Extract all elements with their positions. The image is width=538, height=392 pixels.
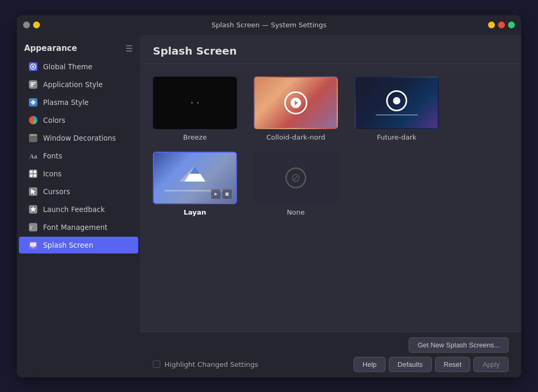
svg-text:Aa: Aa: [29, 153, 37, 160]
svg-rect-6: [30, 86, 33, 87]
window-decorations-icon: [28, 133, 38, 143]
theme-item-layan[interactable]: ▶ ■ Layan: [153, 152, 237, 216]
sidebar-title: Appearance: [24, 44, 77, 53]
window-title: Splash Screen — System Settings: [211, 21, 326, 29]
theme-preview-colloid: [254, 77, 338, 129]
sidebar-item-font-management[interactable]: F Font Management: [19, 219, 138, 236]
titlebar-right-controls: [488, 22, 515, 28]
svg-rect-19: [34, 174, 36, 177]
sidebar-item-fonts[interactable]: Aa Fonts: [19, 147, 138, 164]
sidebar-menu-icon[interactable]: ☰: [126, 44, 133, 54]
main-footer: Get New Splash Screens... Highlight Chan…: [140, 332, 521, 377]
theme-name-breeze: Breeze: [183, 133, 207, 141]
launch-feedback-icon: [28, 205, 38, 214]
theme-name-future: Future-dark: [377, 133, 416, 141]
svg-point-12: [32, 134, 33, 135]
theme-name-colloid: Colloid-dark-nord: [266, 133, 325, 141]
theme-item-colloid[interactable]: Colloid-dark-nord: [254, 77, 338, 141]
main-content: · · Breeze Colloid-: [140, 64, 521, 332]
sidebar-label-application-style: Application Style: [43, 80, 103, 89]
sidebar-label-cursors: Cursors: [43, 187, 70, 196]
titlebar-yellow-btn[interactable]: [488, 22, 495, 28]
none-icon: ⊘: [285, 167, 306, 188]
sidebar-item-cursors[interactable]: Cursors: [19, 183, 138, 200]
sidebar-item-launch-feedback[interactable]: Launch Feedback: [19, 201, 138, 218]
colors-icon: [28, 115, 38, 125]
sidebar-label-font-management: Font Management: [43, 223, 108, 231]
splash-screen-icon: [28, 240, 38, 250]
main-window: Splash Screen — System Settings Appearan…: [17, 15, 521, 377]
svg-rect-25: [30, 242, 36, 247]
sidebar-label-fonts: Fonts: [43, 152, 62, 160]
fonts-icon: Aa: [28, 151, 38, 161]
content-area: Appearance ☰ Global Theme: [17, 35, 521, 377]
sidebar-label-plasma-style: Plasma Style: [43, 98, 89, 107]
highlight-checkbox[interactable]: [153, 361, 160, 368]
theme-preview-layan: ▶ ■: [153, 152, 237, 204]
svg-point-13: [33, 134, 34, 135]
sidebar-item-plasma-style[interactable]: Plasma Style: [19, 94, 138, 111]
theme-item-none[interactable]: ⊘ None: [254, 152, 338, 216]
titlebar: Splash Screen — System Settings: [17, 15, 521, 35]
sidebar-label-launch-feedback: Launch Feedback: [43, 205, 105, 214]
cursors-icon: [28, 187, 38, 196]
svg-rect-26: [32, 247, 35, 248]
future-inner-circle: [393, 97, 400, 104]
layan-controls: ▶ ■: [211, 189, 232, 199]
highlight-label: Highlight Changed Settings: [164, 361, 258, 368]
svg-rect-18: [30, 174, 33, 177]
sidebar-label-colors: Colors: [43, 116, 65, 124]
apply-button[interactable]: Apply: [473, 357, 509, 372]
footer-bottom: Highlight Changed Settings Help Defaults…: [153, 357, 509, 372]
sidebar-item-colors[interactable]: Colors: [19, 112, 138, 129]
footer-buttons: Help Defaults Reset Apply: [354, 357, 509, 372]
theme-name-layan: Layan: [183, 208, 206, 216]
sidebar-header: Appearance ☰: [17, 39, 140, 58]
layan-stop-btn[interactable]: ■: [222, 189, 232, 199]
layan-play-btn[interactable]: ▶: [211, 189, 221, 199]
themes-grid: · · Breeze Colloid-: [153, 77, 509, 216]
layan-progress-fill: [164, 190, 189, 192]
titlebar-controls: [23, 22, 40, 28]
sidebar-item-global-theme[interactable]: Global Theme: [19, 58, 138, 75]
future-line: [376, 114, 418, 115]
theme-item-breeze[interactable]: · · Breeze: [153, 77, 237, 141]
sidebar-label-icons: Icons: [43, 169, 61, 178]
svg-text:F: F: [30, 225, 33, 230]
theme-name-none: None: [287, 208, 305, 216]
theme-preview-breeze: · ·: [153, 77, 237, 129]
sidebar-label-window-decorations: Window Decorations: [43, 134, 116, 142]
main-area: Splash Screen · · Breeze: [140, 35, 521, 377]
layan-mountain-svg: [179, 163, 211, 184]
titlebar-red-btn[interactable]: [498, 22, 505, 28]
minimize-button[interactable]: [33, 22, 40, 28]
footer-left: Highlight Changed Settings: [153, 361, 258, 368]
sidebar-label-splash-screen: Splash Screen: [43, 241, 93, 249]
help-button[interactable]: Help: [354, 357, 386, 372]
titlebar-green-btn[interactable]: [508, 22, 515, 28]
titlebar-icon: [23, 22, 30, 28]
svg-rect-5: [30, 84, 34, 85]
svg-rect-17: [34, 171, 36, 173]
global-theme-icon: [28, 62, 38, 71]
sidebar-item-application-style[interactable]: Application Style: [19, 76, 138, 93]
application-style-icon: [28, 80, 38, 89]
svg-rect-4: [30, 82, 36, 83]
defaults-button[interactable]: Defaults: [389, 357, 432, 372]
main-header: Splash Screen: [140, 35, 521, 64]
sidebar-item-window-decorations[interactable]: Window Decorations: [19, 130, 138, 146]
future-logo: [386, 90, 407, 111]
theme-preview-none: ⊘: [254, 152, 338, 204]
icons-icon: [28, 169, 38, 178]
svg-point-11: [30, 134, 31, 135]
svg-point-2: [32, 66, 34, 68]
colloid-logo: [284, 91, 307, 114]
sidebar-item-splash-screen[interactable]: Splash Screen: [19, 237, 138, 253]
reset-button[interactable]: Reset: [435, 357, 471, 372]
sidebar: Appearance ☰ Global Theme: [17, 35, 140, 377]
sidebar-label-global-theme: Global Theme: [43, 62, 92, 71]
breeze-animation: · ·: [190, 97, 199, 108]
sidebar-item-icons[interactable]: Icons: [19, 165, 138, 182]
get-new-button[interactable]: Get New Splash Screens...: [409, 337, 509, 353]
theme-item-future-dark[interactable]: Future-dark: [355, 77, 439, 141]
